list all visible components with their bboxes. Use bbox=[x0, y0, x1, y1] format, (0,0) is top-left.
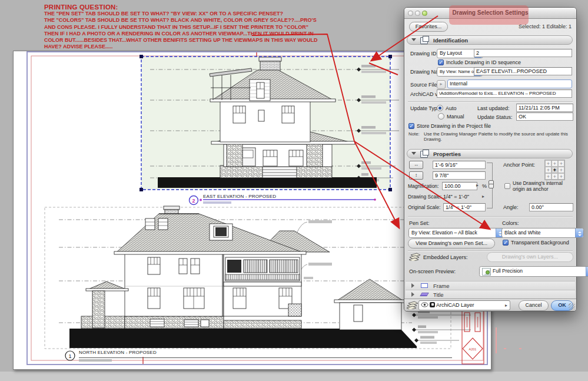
desktop-background bbox=[0, 372, 588, 381]
dialog-title: Drawing Selection Settings bbox=[404, 9, 576, 16]
title-section-label: Title bbox=[433, 291, 444, 299]
last-updated-label: Last updated: bbox=[477, 105, 510, 111]
question-line: THE "COLORS" TAB SHOULD BE SE TTO WHAT? … bbox=[44, 17, 318, 24]
update-manual-radio[interactable] bbox=[438, 113, 444, 120]
use-origin-checkbox[interactable] bbox=[504, 183, 510, 189]
dialog-footer: ArchiCAD Layer ▸ Cancel OK bbox=[404, 299, 576, 311]
drawing-height-icon: ↕ bbox=[409, 171, 423, 180]
properties-icon bbox=[420, 151, 428, 158]
printing-question-annotation: PRINTING QUESTION: THE "PEN SET" TAB SHO… bbox=[44, 4, 318, 51]
drawing-scale-value[interactable]: 1/4" = 1'-0" bbox=[443, 194, 469, 200]
drawing-scale-arrow-icon[interactable]: ▸ bbox=[482, 194, 484, 199]
transparent-background-checkbox[interactable]: ✓ bbox=[503, 240, 509, 246]
drawing-id-field[interactable]: 2 bbox=[474, 49, 572, 57]
angle-field[interactable]: 0.00° bbox=[529, 203, 573, 211]
drawing-width-icon: ↔ bbox=[409, 161, 423, 169]
expand-triangle-icon bbox=[411, 292, 417, 297]
anchor-point-grid[interactable]: +++ +++ +++ bbox=[544, 160, 565, 180]
separator bbox=[408, 250, 573, 251]
layers-icon bbox=[408, 253, 421, 261]
update-status-label: Update Status: bbox=[477, 114, 513, 120]
layer-value: ArchiCAD Layer bbox=[436, 302, 474, 308]
layers-icon bbox=[406, 301, 419, 309]
title-section-row[interactable]: Title bbox=[406, 290, 575, 299]
layer-popup-arrow-icon: ▸ bbox=[505, 301, 507, 310]
frame-icon bbox=[421, 283, 428, 288]
store-drawing-checkbox[interactable]: ✓ bbox=[408, 123, 414, 129]
layer-popup[interactable]: ArchiCAD Layer ▸ bbox=[418, 300, 510, 310]
question-line: THEN IF I HAD A PHOTO OR A RENDERING IN … bbox=[44, 31, 318, 37]
note-text: Use the Drawing Manager Palette to modif… bbox=[424, 131, 569, 142]
drawing-scale-label: Drawing Scale: bbox=[408, 194, 441, 200]
cancel-button[interactable]: Cancel bbox=[519, 300, 549, 311]
update-manual-label: Manual bbox=[447, 114, 464, 120]
stepper-icon bbox=[575, 228, 583, 237]
popup-value: Black and White bbox=[504, 230, 540, 236]
use-origin-label: Use Drawing's internal origin as anchor bbox=[513, 181, 572, 192]
eye-icon bbox=[421, 302, 428, 307]
onscreen-preview-label: On-screen Preview: bbox=[409, 269, 456, 274]
original-scale-field: 1/4" = 1'-0" bbox=[443, 203, 486, 211]
embedded-layers-button: Drawing's own Layers... bbox=[487, 252, 573, 262]
favorites-button[interactable]: Favorites... bbox=[409, 22, 448, 32]
drawing-name-field[interactable]: EAST ELEVATI...PROPOSED bbox=[474, 67, 572, 75]
original-scale-label: Original Scale: bbox=[408, 204, 440, 210]
question-title: PRINTING QUESTION: bbox=[44, 4, 318, 11]
collapse-triangle-icon bbox=[411, 38, 416, 44]
resize-grip[interactable] bbox=[569, 303, 575, 310]
drawing-width-field[interactable]: 1'-6 9/16" bbox=[433, 161, 486, 169]
percent-label: % bbox=[482, 183, 487, 189]
magnification-stepper-icon[interactable]: ▸ bbox=[476, 183, 479, 188]
stray-marks bbox=[496, 327, 521, 353]
anchor-point-label: Anchor Point: bbox=[503, 162, 535, 168]
section-label: Properties bbox=[433, 150, 461, 158]
last-updated-field: 11/21/11 2:05 PM bbox=[516, 104, 573, 112]
question-line: THE "PEN SET" TAB SHOULD BE SET TO WHAT?… bbox=[44, 11, 318, 17]
angle-label: Angle: bbox=[503, 204, 519, 210]
separator bbox=[408, 216, 573, 217]
pen-set-popup[interactable]: By View: Elevation – All Black bbox=[408, 228, 504, 238]
include-drawing-checkbox[interactable]: ✓ bbox=[438, 59, 444, 65]
transparent-background-label: Transparent Background bbox=[511, 240, 569, 246]
magnification-field[interactable]: 100.00 bbox=[442, 182, 477, 190]
question-line: AND CONS PLEASE. I FULLY UNDERSTAND THAT… bbox=[44, 24, 318, 31]
onscreen-preview-popup[interactable]: Full Precision bbox=[479, 266, 588, 277]
question-line: COLOR BUT......BESIDES THAT...WHAT OTHER… bbox=[44, 37, 318, 44]
update-auto-radio[interactable] bbox=[437, 105, 443, 111]
view-pen-set-button[interactable]: View Drawing's own Pen Set... bbox=[408, 238, 495, 249]
drawing-selection-settings-dialog: Drawing Selection Settings Favorites... … bbox=[404, 7, 577, 312]
question-line: HAVE? ADVISE PLEASE..... bbox=[44, 44, 318, 50]
colors-label: Colors: bbox=[502, 220, 519, 226]
properties-section-header[interactable]: Properties bbox=[407, 149, 573, 158]
frame-section-row[interactable]: Frame bbox=[406, 281, 575, 290]
title-icon bbox=[420, 293, 428, 296]
identification-icon bbox=[420, 37, 428, 44]
source-file-field[interactable]: Internal bbox=[447, 79, 572, 88]
identification-section-header[interactable]: Identification bbox=[407, 35, 573, 45]
update-status-field: OK bbox=[516, 112, 573, 121]
frame-section-label: Frame bbox=[433, 282, 449, 290]
selection-status: Selected: 1 Editable: 1 bbox=[519, 24, 572, 29]
pen-set-label: Pen Set: bbox=[409, 220, 430, 226]
dialog-titlebar[interactable]: Drawing Selection Settings bbox=[404, 8, 576, 19]
note-label: Note: bbox=[408, 131, 424, 137]
popup-value: By View: Elevation – All Black bbox=[411, 230, 477, 236]
popup-value: Full Precision bbox=[493, 268, 523, 274]
expand-triangle-icon bbox=[411, 283, 417, 288]
colors-popup[interactable]: Black and White bbox=[501, 228, 584, 238]
include-drawing-label: Include Drawing in ID sequence bbox=[446, 59, 521, 65]
update-auto-label: Auto bbox=[446, 105, 457, 111]
source-file-arrow-button[interactable]: ▸ bbox=[437, 80, 446, 89]
chain-link-icon bbox=[489, 180, 494, 188]
separator bbox=[408, 101, 573, 102]
store-drawing-label: Store Drawing in the Project file bbox=[417, 123, 491, 129]
archicad-layer-icon bbox=[430, 302, 435, 307]
archicad-view-field[interactable]: \Addition/Remodel to Exis... ELEVATION –… bbox=[437, 90, 572, 98]
embedded-layers-label: Embedded Layers: bbox=[423, 254, 468, 260]
magnification-label: Magnification: bbox=[408, 183, 438, 189]
source-file-label: Source File: bbox=[410, 82, 438, 88]
drawing-height-field[interactable]: 9 7/8" bbox=[433, 171, 486, 180]
stepper-icon bbox=[586, 267, 588, 276]
section-label: Identification bbox=[433, 37, 468, 45]
preview-icon bbox=[482, 268, 491, 276]
